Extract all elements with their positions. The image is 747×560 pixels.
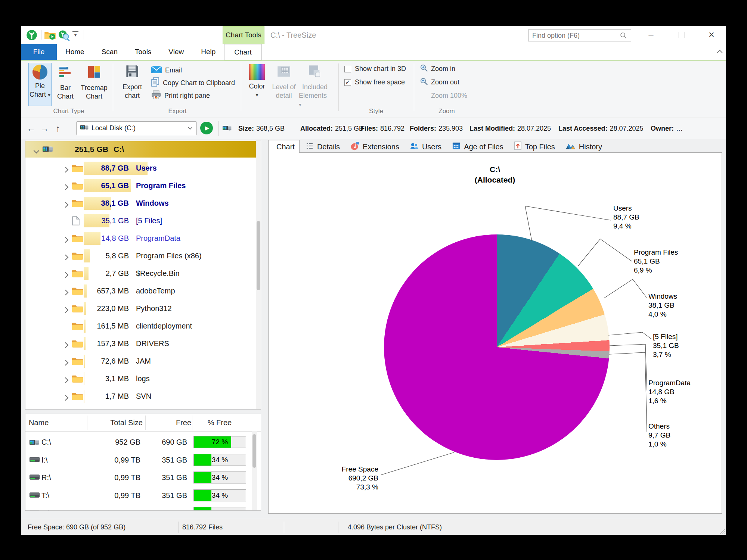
view-tab-extensions[interactable]: Extensions bbox=[346, 141, 404, 153]
start-scan-button[interactable]: ▶ bbox=[200, 122, 213, 134]
drive-row[interactable]: R:\0,99 TB351 GB34 % bbox=[25, 469, 261, 486]
col-pct-free[interactable]: % Free bbox=[195, 414, 244, 431]
drive-table-header[interactable]: Name Total Size Free % Free bbox=[25, 414, 261, 432]
up-arrow-icon[interactable]: ↑ bbox=[52, 118, 64, 139]
tree-row[interactable]: 161,5 MBclientdeployment bbox=[25, 317, 261, 335]
print-right-pane-button[interactable]: Print right pane bbox=[151, 90, 210, 101]
chevron-down-icon[interactable] bbox=[187, 127, 193, 130]
tree-row[interactable]: 157,3 MBDRIVERS bbox=[25, 335, 261, 352]
ribbon-tab-scan[interactable]: Scan bbox=[93, 44, 126, 60]
ribbon-tab-home[interactable]: Home bbox=[57, 44, 93, 60]
export-chart-button[interactable]: Exportchart bbox=[119, 63, 146, 106]
drive-icon bbox=[223, 124, 232, 133]
tree-root-size: 251,5 GB bbox=[75, 141, 108, 158]
free-percent-label: 34 % bbox=[194, 454, 246, 466]
col-free[interactable]: Free bbox=[154, 414, 191, 431]
maximize-button[interactable] bbox=[671, 26, 692, 44]
status-free-space: Free Space: 690 GB (of 952 GB) bbox=[28, 519, 125, 535]
drives-scrollbar-thumb[interactable] bbox=[252, 434, 256, 468]
stat-size: Size:368,5 GB bbox=[238, 118, 285, 139]
free-percent-label: 34 % bbox=[194, 507, 246, 511]
tree-row[interactable]: 72,6 MBJAM bbox=[25, 352, 261, 370]
ribbon-tab-view[interactable]: View bbox=[160, 44, 192, 60]
level-of-detail-button: Level ofdetail bbox=[271, 63, 297, 106]
zoom-out-button[interactable]: Zoom out bbox=[420, 77, 459, 87]
drive-name: C:\ bbox=[41, 433, 51, 451]
view-tab-history[interactable]: History bbox=[561, 141, 607, 153]
tree-row[interactable]: 88,7 GBUsers bbox=[25, 159, 261, 177]
contextual-tab-chart-tools[interactable]: Chart Tools bbox=[223, 26, 264, 44]
stat-allocated: Allocated:251,5 GB bbox=[300, 118, 363, 139]
tree-item-name: Windows bbox=[136, 195, 169, 212]
checkbox-free-space-icon[interactable]: ✓ bbox=[344, 79, 351, 86]
find-option-input[interactable]: Find option (F6) bbox=[528, 29, 631, 41]
col-total-size[interactable]: Total Size bbox=[87, 414, 143, 431]
drive-total: 0,99 TB bbox=[84, 469, 140, 486]
tree-row[interactable]: 3,1 MBlogs bbox=[25, 370, 261, 388]
level-of-detail-icon bbox=[277, 64, 291, 81]
show-chart-3d-checkbox[interactable]: Show chart in 3D bbox=[344, 65, 406, 73]
drive-icon bbox=[30, 509, 40, 511]
zoom-in-button[interactable]: Zoom in bbox=[420, 63, 455, 74]
color-button[interactable]: Color▾ bbox=[246, 63, 268, 106]
status-cluster-size: 4.096 Bytes per Cluster (NTFS) bbox=[348, 519, 442, 535]
tree-item-name: ProgramData bbox=[136, 230, 180, 247]
scan-folder-icon[interactable] bbox=[44, 30, 56, 42]
view-tab-users[interactable]: Users bbox=[405, 141, 446, 153]
show-free-space-checkbox[interactable]: ✓ Show free space bbox=[344, 78, 405, 86]
tree-row[interactable]: 223,0 MBPython312 bbox=[25, 300, 261, 317]
qat-dropdown-icon[interactable]: ▾ bbox=[72, 31, 78, 38]
close-button[interactable]: × bbox=[701, 26, 722, 44]
forward-arrow-icon[interactable]: → bbox=[38, 118, 51, 139]
pie-chart-button[interactable]: PieChart ▾ bbox=[28, 63, 52, 106]
copy-chart-button[interactable]: Copy Chart to Clipboard bbox=[151, 78, 235, 88]
view-tab-age-of-files[interactable]: Age of Files bbox=[447, 141, 508, 153]
treemap-chart-button[interactable]: TreemapChart bbox=[79, 63, 109, 106]
tree-row[interactable]: 38,1 GBWindows bbox=[25, 195, 261, 212]
tree-row[interactable]: 1,7 MBSVN bbox=[25, 388, 261, 405]
printer-icon bbox=[151, 90, 161, 102]
free-percent-label: 34 % bbox=[194, 490, 246, 501]
tree-row[interactable]: 14,8 GBProgramData bbox=[25, 230, 261, 247]
drive-row[interactable]: I:\0,99 TB351 GB34 % bbox=[25, 451, 261, 469]
back-arrow-icon[interactable]: ← bbox=[25, 118, 37, 139]
drive-row[interactable]: C:\952 GB690 GB72 % bbox=[25, 433, 261, 451]
tree-row[interactable]: 2,7 GB$Recycle.Bin bbox=[25, 265, 261, 282]
ribbon-tab-file[interactable]: File bbox=[21, 44, 57, 60]
zoom-in-icon bbox=[420, 64, 428, 74]
bar-chart-button[interactable]: BarChart bbox=[54, 63, 77, 106]
ribbon-tab-help[interactable]: Help bbox=[192, 44, 224, 60]
tree-row[interactable]: 657,3 MBadobeTemp bbox=[25, 282, 261, 300]
tree-row[interactable]: 35,1 GB[5 Files] bbox=[25, 212, 261, 230]
col-name[interactable]: Name bbox=[29, 414, 49, 431]
pie-chart[interactable] bbox=[384, 234, 610, 460]
tree-scrollbar[interactable] bbox=[256, 140, 261, 410]
view-tab-chart[interactable]: Chart bbox=[268, 140, 300, 153]
tree-root-row[interactable]: 251,5 GB C:\ bbox=[25, 141, 261, 158]
drive-free: 351 GB bbox=[150, 487, 187, 504]
checkbox-3d-icon[interactable] bbox=[344, 66, 351, 72]
minimize-button[interactable]: – bbox=[640, 26, 662, 44]
stat-files: Files:816.792 bbox=[360, 118, 405, 139]
resize-grip[interactable] bbox=[720, 529, 725, 534]
ribbon-tab-tools[interactable]: Tools bbox=[126, 44, 160, 60]
view-tab-details[interactable]: Details bbox=[301, 141, 344, 153]
free-percent-label: 34 % bbox=[194, 472, 246, 483]
ribbon-tab-chart[interactable]: Chart bbox=[224, 44, 261, 60]
view-tab-top-files[interactable]: Top Files bbox=[509, 141, 560, 153]
address-bar: ← → ↑ Local Disk (C:) ▶ Size:368,5 GBAll… bbox=[21, 118, 726, 139]
search-app-icon[interactable] bbox=[58, 30, 70, 42]
email-button[interactable]: Email bbox=[151, 65, 182, 75]
collapse-ribbon-icon[interactable] bbox=[716, 49, 723, 55]
status-file-count: 816.792 Files bbox=[182, 519, 223, 535]
tree-item-name: Python312 bbox=[136, 300, 172, 317]
drives-scrollbar[interactable] bbox=[252, 431, 257, 511]
tree-scrollbar-thumb[interactable] bbox=[257, 221, 260, 290]
tree-row[interactable]: 65,1 GBProgram Files bbox=[25, 177, 261, 195]
chevron-expanded-icon[interactable] bbox=[34, 147, 38, 154]
tree-row[interactable]: 5,8 GBProgram Files (x86) bbox=[25, 247, 261, 265]
drive-row[interactable]: T:\0,99 TB351 GB34 % bbox=[25, 487, 261, 504]
location-combobox[interactable]: Local Disk (C:) bbox=[76, 121, 197, 135]
drive-row[interactable]: Z:\0,99 TB351 GB34 % bbox=[25, 504, 261, 511]
tree-item-size: 35,1 GB bbox=[66, 212, 129, 230]
